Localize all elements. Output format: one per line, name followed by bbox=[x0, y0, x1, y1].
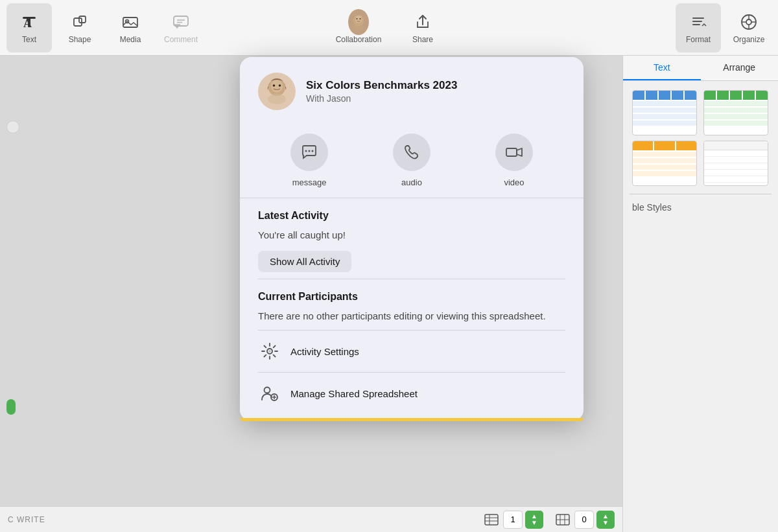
svg-point-29 bbox=[279, 84, 281, 87]
toolbar-item-share-label: Share bbox=[412, 35, 433, 44]
left-circle-shape bbox=[6, 121, 19, 133]
svg-point-37 bbox=[265, 387, 270, 393]
menu-item-activity-settings-label: Activity Settings bbox=[290, 346, 359, 357]
right-sidebar: Text Arrange bbox=[622, 56, 778, 532]
table-styles-label: ble Styles bbox=[630, 194, 772, 215]
status-text: C WRITE bbox=[8, 515, 45, 524]
toolbar-item-text[interactable]: A Text bbox=[6, 3, 52, 52]
action-message-label: message bbox=[292, 178, 327, 187]
row-decrement-arrow[interactable]: ▼ bbox=[531, 520, 537, 526]
svg-point-14 bbox=[360, 17, 361, 19]
menu-item-manage-shared-label: Manage Shared Spreadsheet bbox=[290, 388, 418, 399]
svg-point-30 bbox=[268, 94, 286, 104]
menu-item-activity-settings[interactable]: Activity Settings bbox=[258, 330, 565, 373]
toolbar-item-shape-label: Shape bbox=[69, 35, 91, 44]
svg-point-15 bbox=[353, 23, 364, 30]
svg-point-28 bbox=[273, 84, 276, 87]
action-audio-label: audio bbox=[401, 178, 422, 187]
table-style-plain[interactable] bbox=[703, 141, 768, 186]
action-message[interactable]: message bbox=[290, 133, 328, 187]
svg-point-33 bbox=[312, 150, 314, 152]
format-icon bbox=[688, 12, 709, 32]
svg-point-17 bbox=[746, 19, 751, 25]
toolbar: A Text Shape Medi bbox=[0, 0, 778, 56]
comment-icon bbox=[171, 12, 191, 32]
toolbar-item-organize-label: Organize bbox=[733, 35, 765, 44]
popup-header-text: Six Colors Benchmarks 2023 With Jason bbox=[306, 79, 457, 104]
svg-point-31 bbox=[305, 150, 307, 152]
svg-point-12 bbox=[355, 15, 362, 23]
person-icon bbox=[348, 12, 369, 32]
avatar bbox=[258, 73, 296, 110]
toolbar-item-shape[interactable]: Shape bbox=[57, 3, 102, 52]
latest-activity-title: Latest Activity bbox=[258, 210, 565, 222]
text-icon: A bbox=[19, 12, 40, 32]
col-count-value: 0 bbox=[574, 511, 594, 529]
latest-activity-section: Latest Activity You're all caught up! Sh… bbox=[258, 198, 565, 279]
toolbar-left: A Text Shape Medi bbox=[6, 3, 204, 52]
video-icon bbox=[495, 133, 533, 171]
bottom-bar: C WRITE 1 ▲ ▼ bbox=[0, 506, 622, 532]
toolbar-item-comment[interactable]: Comment bbox=[158, 3, 204, 52]
col-stepper-arrows[interactable]: ▲ ▼ bbox=[596, 511, 615, 529]
organize-icon bbox=[738, 12, 759, 32]
current-participants-section: Current Participants There are no other … bbox=[258, 279, 565, 331]
media-icon bbox=[120, 12, 141, 32]
phone-icon bbox=[393, 133, 430, 171]
col-increment-arrow[interactable]: ▲ bbox=[602, 513, 609, 520]
row-icon bbox=[482, 511, 501, 529]
menu-item-manage-shared[interactable]: Manage Shared Spreadsheet bbox=[258, 373, 565, 414]
svg-text:A: A bbox=[23, 17, 32, 30]
table-style-grid bbox=[630, 87, 772, 189]
tab-arrange[interactable]: Arrange bbox=[701, 56, 779, 80]
current-participants-title: Current Participants bbox=[258, 291, 565, 303]
row-count-value: 1 bbox=[503, 511, 523, 529]
show-all-activity-button[interactable]: Show All Activity bbox=[258, 251, 351, 272]
popup-subtitle: With Jason bbox=[306, 93, 457, 104]
toolbar-center: Collaboration Share bbox=[333, 3, 445, 52]
share-icon bbox=[412, 12, 433, 32]
svg-rect-18 bbox=[485, 515, 498, 525]
person-manage-icon bbox=[258, 382, 281, 405]
col-decrement-arrow[interactable]: ▼ bbox=[602, 520, 609, 526]
action-video[interactable]: video bbox=[495, 133, 533, 187]
shape-icon bbox=[69, 12, 90, 32]
toolbar-item-media[interactable]: Media bbox=[108, 3, 153, 52]
toolbar-item-collaboration[interactable]: Collaboration bbox=[333, 3, 384, 52]
table-styles-section: ble Styles bbox=[623, 81, 778, 222]
popup-actions: message audio video bbox=[240, 123, 584, 198]
row-increment-arrow[interactable]: ▲ bbox=[531, 513, 537, 520]
left-circle-green bbox=[6, 399, 16, 415]
table-style-blue[interactable] bbox=[632, 90, 697, 135]
svg-point-13 bbox=[356, 17, 357, 19]
action-audio[interactable]: audio bbox=[393, 133, 430, 187]
svg-point-27 bbox=[271, 80, 283, 93]
col-stepper: 0 ▲ ▼ bbox=[554, 511, 615, 529]
message-icon bbox=[290, 133, 328, 171]
toolbar-item-text-label: Text bbox=[22, 35, 36, 44]
svg-point-32 bbox=[309, 150, 311, 152]
row-stepper: 1 ▲ ▼ bbox=[482, 511, 543, 529]
toolbar-right: Format Organize bbox=[676, 3, 772, 52]
stepper-group: 1 ▲ ▼ 0 ▲ ▼ bbox=[482, 511, 615, 529]
row-stepper-arrows[interactable]: ▲ ▼ bbox=[525, 511, 543, 529]
svg-point-36 bbox=[268, 350, 271, 353]
popup-header: Six Colors Benchmarks 2023 With Jason bbox=[258, 73, 565, 110]
toolbar-item-collaboration-label: Collaboration bbox=[336, 35, 382, 44]
tab-text[interactable]: Text bbox=[623, 56, 701, 80]
toolbar-item-share[interactable]: Share bbox=[400, 3, 445, 52]
svg-rect-4 bbox=[74, 18, 82, 26]
svg-rect-34 bbox=[506, 148, 517, 156]
gear-settings-icon bbox=[258, 340, 281, 363]
col-icon bbox=[554, 511, 572, 529]
toolbar-item-comment-label: Comment bbox=[164, 35, 198, 44]
toolbar-item-media-label: Media bbox=[120, 35, 141, 44]
popup-title: Six Colors Benchmarks 2023 bbox=[306, 79, 457, 92]
toolbar-item-format-label: Format bbox=[686, 35, 711, 44]
toolbar-item-organize[interactable]: Organize bbox=[726, 3, 772, 52]
scroll-indicator bbox=[240, 414, 584, 418]
table-style-green[interactable] bbox=[703, 90, 768, 135]
latest-activity-body: You're all caught up! bbox=[258, 228, 565, 243]
table-style-orange[interactable] bbox=[632, 141, 697, 186]
toolbar-item-format[interactable]: Format bbox=[676, 3, 721, 52]
